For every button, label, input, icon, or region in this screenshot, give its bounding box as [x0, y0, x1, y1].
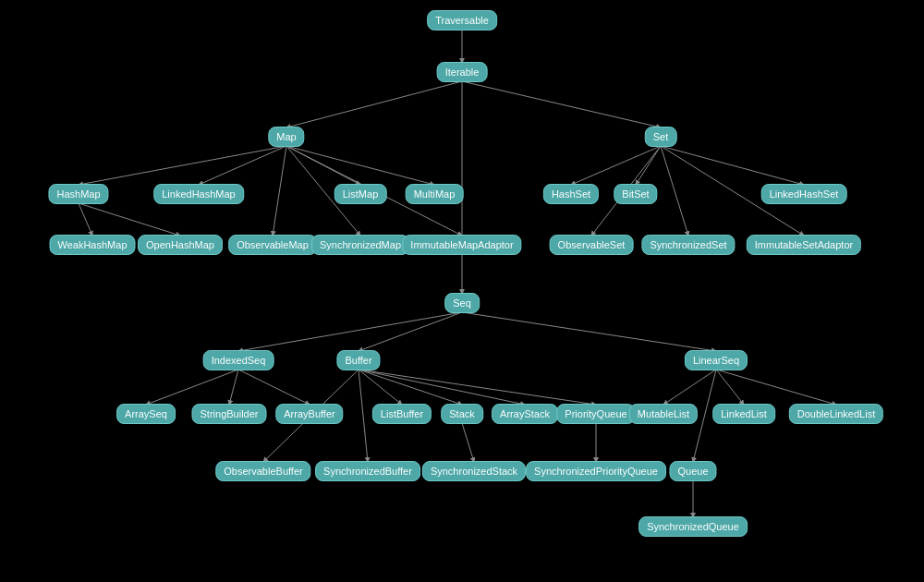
- node-buffer[interactable]: Buffer: [336, 350, 380, 370]
- svg-line-8: [273, 146, 286, 236]
- svg-line-1: [286, 81, 462, 127]
- node-priorityqueue[interactable]: PriorityQueue: [556, 404, 635, 424]
- svg-line-21: [462, 312, 716, 351]
- svg-line-17: [661, 146, 688, 236]
- node-linkedlist[interactable]: LinkedList: [712, 404, 775, 424]
- node-linkedhashmap[interactable]: LinkedHashMap: [153, 184, 244, 204]
- svg-line-26: [359, 370, 462, 405]
- node-synchronizedqueue[interactable]: SynchronizedQueue: [638, 516, 748, 537]
- svg-line-34: [716, 370, 744, 405]
- node-listbuffer[interactable]: ListBuffer: [372, 404, 432, 424]
- node-mutablelist[interactable]: MutableList: [629, 404, 698, 424]
- node-weakhashmap[interactable]: WeakHashMap: [50, 235, 136, 255]
- svg-line-5: [199, 146, 286, 185]
- node-arraybuffer[interactable]: ArrayBuffer: [275, 404, 343, 424]
- node-synchronizedbuffer[interactable]: SynchronizedBuffer: [315, 461, 420, 481]
- svg-line-33: [663, 370, 716, 405]
- node-traversable[interactable]: Traversable: [427, 10, 497, 30]
- svg-line-4: [79, 146, 286, 185]
- svg-line-14: [636, 146, 661, 185]
- node-openhashmap[interactable]: OpenHashMap: [138, 235, 223, 255]
- svg-line-30: [359, 370, 368, 462]
- node-arrayseq[interactable]: ArraySeq: [116, 404, 176, 424]
- node-synchronizedpriorityqueue[interactable]: SynchronizedPriorityQueue: [526, 461, 666, 481]
- node-synchronizedset[interactable]: SynchronizedSet: [641, 235, 735, 255]
- node-bitset[interactable]: BitSet: [614, 184, 657, 204]
- node-linkedhashset[interactable]: LinkedHashSet: [761, 184, 847, 204]
- node-arraystack[interactable]: ArrayStack: [492, 404, 558, 424]
- node-doublelinkedlist[interactable]: DoubleLinkedList: [789, 404, 883, 424]
- svg-line-20: [359, 312, 462, 351]
- svg-line-31: [462, 423, 474, 462]
- node-listmap[interactable]: ListMap: [334, 184, 387, 204]
- diagram-container: TraversableIterableMapSetHashMapLinkedHa…: [0, 0, 924, 582]
- svg-line-35: [716, 370, 836, 405]
- node-observableset[interactable]: ObservableSet: [550, 235, 634, 255]
- svg-line-28: [359, 370, 596, 405]
- svg-line-2: [462, 81, 661, 127]
- svg-line-23: [229, 370, 238, 405]
- node-hashmap[interactable]: HashMap: [48, 184, 108, 204]
- node-multimap[interactable]: MultiMap: [406, 184, 464, 204]
- connections-svg: [0, 0, 924, 582]
- node-immutablesetadaptor[interactable]: ImmutableSetAdaptor: [747, 235, 861, 255]
- node-iterable[interactable]: Iterable: [437, 62, 488, 82]
- node-queue[interactable]: Queue: [669, 461, 716, 481]
- svg-line-15: [661, 146, 804, 185]
- node-indexedseq[interactable]: IndexedSeq: [203, 350, 274, 370]
- svg-line-13: [571, 146, 661, 185]
- node-linearseq[interactable]: LinearSeq: [685, 350, 748, 370]
- node-observablemap[interactable]: ObservableMap: [228, 235, 317, 255]
- svg-line-7: [286, 146, 434, 185]
- node-map[interactable]: Map: [268, 127, 304, 147]
- node-seq[interactable]: Seq: [444, 293, 480, 313]
- svg-line-12: [79, 203, 180, 236]
- node-immutablemapadaptor[interactable]: ImmutableMapAdaptor: [402, 235, 521, 255]
- node-stringbuilder[interactable]: StringBuilder: [192, 404, 267, 424]
- svg-line-24: [238, 370, 310, 405]
- node-synchronizedstack[interactable]: SynchronizedStack: [422, 461, 526, 481]
- svg-line-11: [79, 203, 92, 236]
- node-observablebuffer[interactable]: ObservableBuffer: [215, 461, 310, 481]
- svg-line-22: [146, 370, 238, 405]
- node-synchronizedmap[interactable]: SynchronizedMap: [311, 235, 409, 255]
- node-set[interactable]: Set: [645, 127, 677, 147]
- svg-line-27: [359, 370, 525, 405]
- node-hashset[interactable]: HashSet: [543, 184, 599, 204]
- svg-line-19: [238, 312, 462, 351]
- svg-line-25: [359, 370, 402, 405]
- node-stack[interactable]: Stack: [441, 404, 483, 424]
- svg-line-6: [286, 146, 360, 185]
